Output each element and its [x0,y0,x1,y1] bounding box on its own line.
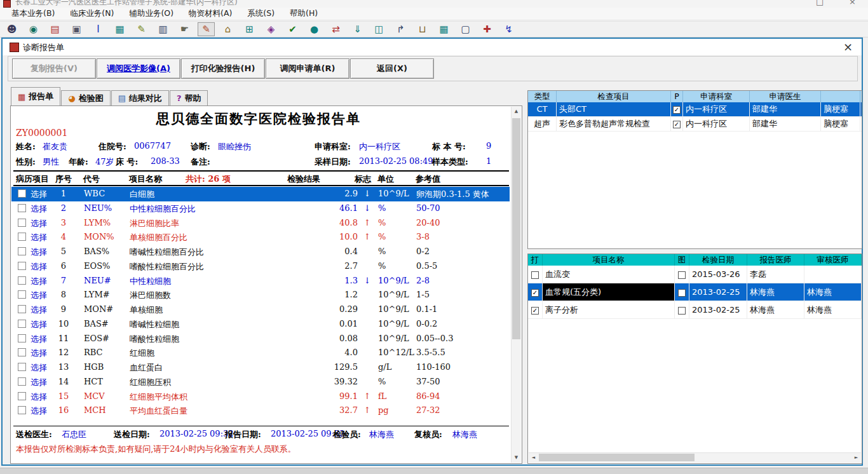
toolbar-button-15[interactable]: ● [306,22,323,36]
toolbar-button-22[interactable]: ▢ [457,22,474,36]
result-row-1[interactable]: 血流变2015-03-26李磊 [528,266,862,283]
result-print-checkbox[interactable]: ✓ [531,307,539,315]
exam-print-checkbox[interactable]: ✓ [673,121,681,128]
row-select-label[interactable]: 选择 [31,304,47,316]
result-img-checkbox[interactable] [678,271,686,279]
result-img-checkbox[interactable] [678,289,686,297]
lab-row-11[interactable]: 选择11EOS#嗜酸性粒细胞0.0810^9/L0.05--0.3 [11,332,510,346]
toolbar-button-2[interactable]: ◉ [25,22,42,36]
lab-row-7[interactable]: 选择7NEU#中性粒细胞1.3↓10^9/L2-8 [11,274,510,288]
toolbar-button-20[interactable]: ⊔ [414,22,431,36]
row-checkbox[interactable] [18,247,26,255]
scroll-down-arrow[interactable]: ▼ [512,453,521,463]
row-checkbox[interactable] [18,377,26,386]
lab-row-8[interactable]: 选择8LYM#淋巴细胞数1.210^9/L1-5 [11,288,510,302]
row-checkbox[interactable] [18,233,26,241]
row-select-label[interactable]: 选择 [31,247,47,258]
exam-row-2[interactable]: 超声彩色多普勒超声常规检查✓内一科疗区部建华脑梗塞 [528,117,862,132]
window-close-button[interactable]: × [849,0,856,6]
row-checkbox[interactable] [18,262,26,270]
row-select-label[interactable]: 选择 [31,319,47,330]
toolbar-button-19[interactable]: ↱ [392,22,409,36]
lab-row-5[interactable]: 选择5BAS%嗜碱性粒细胞百分比0.4%0-2 [11,245,510,259]
menu-item-5[interactable]: 系统(S) [240,8,282,19]
exam-row-1[interactable]: CT头部CT✓内一科疗区部建华脑梗塞 [528,102,862,117]
toolbar-button-7[interactable]: ✎ [133,22,150,36]
result-img-checkbox[interactable] [678,307,686,315]
lab-row-16[interactable]: 选择16MCH平均血红蛋白量32.7↑pg27-32 [11,403,510,418]
hscrollbar-thumb[interactable] [539,454,695,461]
menu-item-2[interactable]: 临床业务(N) [62,8,121,19]
scroll-right-arrow[interactable]: ► [851,453,861,463]
row-select-label[interactable]: 选择 [31,362,47,374]
lab-row-9[interactable]: 选择9MON#单核细胞0.2910^9/L0.1-1 [11,302,510,317]
toolbar-button-14[interactable]: ✔ [284,22,301,36]
dialog-close-button[interactable]: × [843,40,853,53]
tab-test-chart[interactable]: ◕检验图 [61,90,110,105]
row-checkbox[interactable] [18,320,26,328]
result-horizontal-scrollbar[interactable]: ◄ ► [529,452,861,463]
toolbar-button-4[interactable]: ▣ [68,22,85,36]
row-select-label[interactable]: 选择 [31,276,47,287]
row-select-label[interactable]: 选择 [31,290,47,301]
lab-row-3[interactable]: 选择3LYM%淋巴细胞比率40.8↑%20-40 [11,216,510,231]
view-request-form-button[interactable]: 调阅申请单(R) [266,58,349,79]
menu-item-1[interactable]: 基本业务(B) [4,8,62,19]
toolbar-button-16[interactable]: ⇄ [327,22,344,36]
toolbar-button-12[interactable]: ⊞ [241,22,258,36]
toolbar-button-5[interactable]: Ⅰ [90,22,107,36]
row-select-label[interactable]: 选择 [31,189,47,200]
row-checkbox[interactable] [18,290,26,299]
report-vertical-scrollbar[interactable]: ▲ ▼ [511,107,521,463]
exam-print-checkbox[interactable]: ✓ [673,106,681,114]
row-select-label[interactable]: 选择 [31,348,47,359]
restore-button[interactable]: □ [816,0,824,6]
row-select-label[interactable]: 选择 [31,261,47,273]
toolbar-button-23[interactable]: ✚ [478,22,496,36]
lab-row-13[interactable]: 选择13HGB血红蛋白129.5g/L110-160 [11,360,510,375]
view-medical-images-button[interactable]: 调阅医学影像(A) [97,58,180,79]
lab-row-6[interactable]: 选择6EOS%嗜酸性粒细胞百分比2.7%0.5-5 [11,259,510,274]
toolbar-button-8[interactable]: ▥ [154,22,172,36]
row-checkbox[interactable] [18,276,26,285]
row-checkbox[interactable] [18,305,26,313]
lab-row-14[interactable]: 选择14HCT红细胞压积39.32%37-50 [11,375,510,389]
result-row-2[interactable]: ✓血常规(五分类)2013-02-25林海燕林海燕 [528,283,862,301]
tab-result-compare[interactable]: ▤结果对比 [111,90,169,105]
return-button[interactable]: 返回(X) [350,58,434,79]
toolbar-button-17[interactable]: ⇓ [349,22,366,36]
toolbar-button-3[interactable]: ▤ [46,22,64,36]
lab-row-15[interactable]: 选择15MCV红细胞平均体积99.1↑fL86-94 [11,389,510,404]
scrollbar-thumb[interactable] [512,118,520,339]
row-checkbox[interactable] [18,406,26,414]
toolbar-button-1[interactable]: ☻ [3,22,20,36]
row-select-label[interactable]: 选择 [31,232,47,243]
toolbar-button-13[interactable]: ◈ [262,22,280,36]
toolbar-button-11[interactable]: ⌂ [219,22,236,36]
tab-report[interactable]: ▦报告单 [11,87,60,105]
row-checkbox[interactable] [18,219,26,227]
toolbar-button-6[interactable]: ▦ [111,22,128,36]
toolbar-button-21[interactable]: ▦ [435,22,452,36]
menu-item-3[interactable]: 辅助业务(O) [121,8,181,19]
row-checkbox[interactable] [18,189,26,198]
row-checkbox[interactable] [18,348,26,356]
row-select-label[interactable]: 选择 [31,334,47,345]
row-select-label[interactable]: 选择 [31,405,47,417]
print-lab-report-button[interactable]: 打印化验报告(H) [181,58,265,79]
lab-row-12[interactable]: 选择12RBC红细胞4.010^12/L3.5-5.5 [11,346,510,360]
toolbar-button-24[interactable]: ↯ [500,22,517,36]
toolbar-button-9[interactable]: ☛ [176,22,193,36]
toolbar-button-18[interactable]: ◫ [370,22,388,36]
row-checkbox[interactable] [18,363,26,371]
lab-row-4[interactable]: 选择4MON%单核细胞百分比10.0↑%3-8 [11,230,510,245]
scroll-left-arrow[interactable]: ◄ [529,453,538,463]
row-checkbox[interactable] [18,392,26,400]
scroll-up-arrow[interactable]: ▲ [512,107,521,116]
result-print-checkbox[interactable] [531,271,539,279]
lab-row-10[interactable]: 选择10BAS#嗜碱性粒细胞0.0110^9/L0-0.2 [11,317,510,332]
menu-item-6[interactable]: 帮助(H) [282,8,325,19]
row-checkbox[interactable] [18,204,26,212]
toolbar-button-10[interactable]: ✎ [198,22,215,36]
menu-item-4[interactable]: 物资材料(A) [181,8,240,19]
